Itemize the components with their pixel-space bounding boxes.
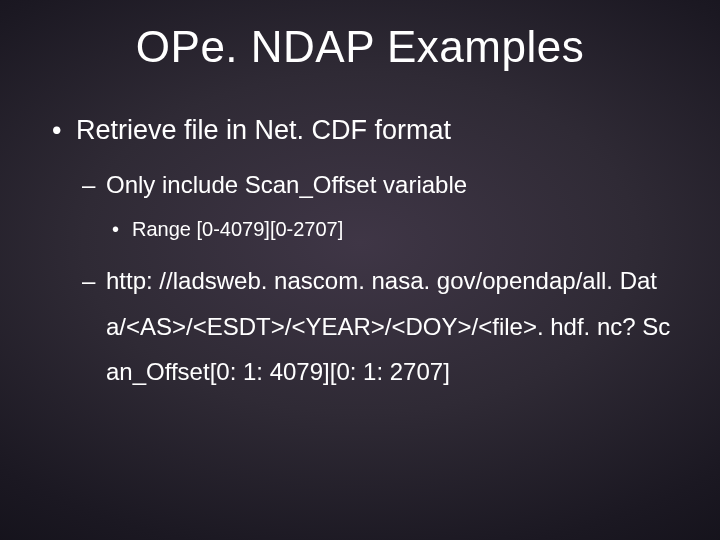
bullet-l2-text: Only include Scan_Offset variable — [106, 171, 467, 198]
bullet-l3-item: Range [0-4079][0-2707] — [106, 214, 672, 244]
bullet-l2-item: Only include Scan_Offset variable Range … — [76, 162, 672, 244]
bullet-list-level1: Retrieve file in Net. CDF format Only in… — [48, 112, 672, 395]
bullet-l1-text: Retrieve file in Net. CDF format — [76, 115, 451, 145]
bullet-l2-item: http: //ladsweb. nascom. nasa. gov/opend… — [76, 258, 672, 395]
bullet-l2-url-text: http: //ladsweb. nascom. nasa. gov/opend… — [106, 267, 670, 385]
bullet-list-level2: Only include Scan_Offset variable Range … — [76, 162, 672, 394]
bullet-list-level3: Range [0-4079][0-2707] — [106, 214, 672, 244]
bullet-l3-text: Range [0-4079][0-2707] — [132, 218, 343, 240]
slide: OPe. NDAP Examples Retrieve file in Net.… — [0, 0, 720, 540]
slide-title: OPe. NDAP Examples — [48, 22, 672, 72]
bullet-l1-item: Retrieve file in Net. CDF format Only in… — [48, 112, 672, 395]
